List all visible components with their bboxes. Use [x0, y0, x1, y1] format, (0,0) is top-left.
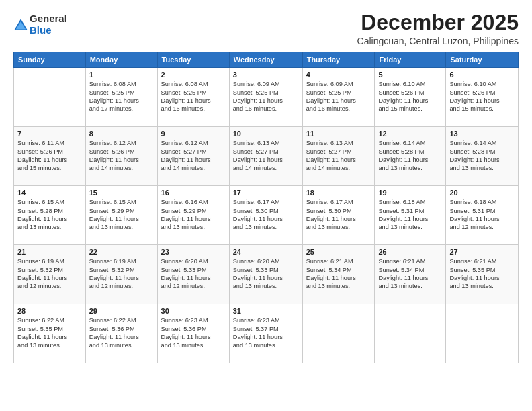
day-number: 24 [233, 248, 299, 256]
day-number: 27 [449, 248, 515, 256]
header-cell-tuesday: Tuesday [157, 52, 229, 68]
calendar-cell [375, 304, 446, 363]
calendar-cell: 19Sunrise: 6:18 AM Sunset: 5:31 PM Dayli… [375, 186, 446, 245]
logo-text: General Blue [30, 13, 67, 36]
day-info: Sunrise: 6:14 AM Sunset: 5:28 PM Dayligh… [449, 139, 515, 173]
week-row-0: 1Sunrise: 6:08 AM Sunset: 5:25 PM Daylig… [14, 68, 519, 127]
day-number: 13 [449, 130, 515, 138]
page: General Blue December 2025 Calingcuan, C… [0, 0, 532, 411]
calendar-cell: 30Sunrise: 6:23 AM Sunset: 5:36 PM Dayli… [157, 304, 229, 363]
calendar-cell: 18Sunrise: 6:17 AM Sunset: 5:30 PM Dayli… [302, 186, 375, 245]
calendar-body: 1Sunrise: 6:08 AM Sunset: 5:25 PM Daylig… [14, 68, 519, 363]
day-number: 14 [17, 189, 82, 197]
day-number: 25 [306, 248, 371, 256]
calendar-cell: 3Sunrise: 6:09 AM Sunset: 5:25 PM Daylig… [229, 68, 302, 127]
calendar-cell: 16Sunrise: 6:16 AM Sunset: 5:29 PM Dayli… [157, 186, 229, 245]
logo-icon [13, 17, 28, 32]
calendar-cell [14, 68, 86, 127]
calendar-cell: 6Sunrise: 6:10 AM Sunset: 5:26 PM Daylig… [446, 68, 519, 127]
calendar-cell [446, 304, 519, 363]
header: General Blue December 2025 Calingcuan, C… [13, 11, 519, 46]
day-number: 3 [233, 71, 299, 79]
calendar-cell: 4Sunrise: 6:09 AM Sunset: 5:25 PM Daylig… [302, 68, 375, 127]
day-number: 22 [89, 248, 154, 256]
day-info: Sunrise: 6:22 AM Sunset: 5:35 PM Dayligh… [17, 316, 82, 350]
day-info: Sunrise: 6:11 AM Sunset: 5:26 PM Dayligh… [17, 139, 82, 173]
day-number: 4 [306, 71, 371, 79]
day-info: Sunrise: 6:21 AM Sunset: 5:35 PM Dayligh… [449, 257, 515, 291]
day-info: Sunrise: 6:19 AM Sunset: 5:32 PM Dayligh… [17, 257, 82, 291]
day-info: Sunrise: 6:15 AM Sunset: 5:29 PM Dayligh… [89, 198, 154, 232]
day-info: Sunrise: 6:16 AM Sunset: 5:29 PM Dayligh… [161, 198, 226, 232]
day-number: 11 [306, 130, 371, 138]
day-info: Sunrise: 6:21 AM Sunset: 5:34 PM Dayligh… [306, 257, 371, 291]
day-info: Sunrise: 6:23 AM Sunset: 5:37 PM Dayligh… [233, 316, 299, 350]
calendar-cell: 25Sunrise: 6:21 AM Sunset: 5:34 PM Dayli… [302, 245, 375, 304]
day-info: Sunrise: 6:12 AM Sunset: 5:26 PM Dayligh… [89, 139, 154, 173]
week-row-1: 7Sunrise: 6:11 AM Sunset: 5:26 PM Daylig… [14, 127, 519, 186]
day-info: Sunrise: 6:14 AM Sunset: 5:28 PM Dayligh… [378, 139, 442, 173]
week-row-2: 14Sunrise: 6:15 AM Sunset: 5:28 PM Dayli… [14, 186, 519, 245]
day-info: Sunrise: 6:19 AM Sunset: 5:32 PM Dayligh… [89, 257, 154, 291]
location: Calingcuan, Central Luzon, Philippines [357, 36, 519, 46]
calendar-cell: 1Sunrise: 6:08 AM Sunset: 5:25 PM Daylig… [85, 68, 157, 127]
header-cell-saturday: Saturday [446, 52, 519, 68]
calendar-cell: 26Sunrise: 6:21 AM Sunset: 5:34 PM Dayli… [375, 245, 446, 304]
calendar-cell: 21Sunrise: 6:19 AM Sunset: 5:32 PM Dayli… [14, 245, 86, 304]
header-row: SundayMondayTuesdayWednesdayThursdayFrid… [14, 52, 519, 68]
calendar-cell: 5Sunrise: 6:10 AM Sunset: 5:26 PM Daylig… [375, 68, 446, 127]
day-number: 7 [17, 130, 82, 138]
day-number: 12 [378, 130, 442, 138]
calendar-cell: 15Sunrise: 6:15 AM Sunset: 5:29 PM Dayli… [85, 186, 157, 245]
day-number: 8 [89, 130, 154, 138]
day-number: 20 [449, 189, 515, 197]
calendar-cell: 23Sunrise: 6:20 AM Sunset: 5:33 PM Dayli… [157, 245, 229, 304]
calendar-cell: 11Sunrise: 6:13 AM Sunset: 5:27 PM Dayli… [302, 127, 375, 186]
week-row-4: 28Sunrise: 6:22 AM Sunset: 5:35 PM Dayli… [14, 304, 519, 363]
day-info: Sunrise: 6:13 AM Sunset: 5:27 PM Dayligh… [306, 139, 371, 173]
header-cell-sunday: Sunday [14, 52, 86, 68]
logo-blue-text: Blue [30, 25, 67, 36]
day-info: Sunrise: 6:17 AM Sunset: 5:30 PM Dayligh… [306, 198, 371, 232]
month-title: December 2025 [357, 11, 519, 34]
day-number: 15 [89, 189, 154, 197]
calendar-cell: 24Sunrise: 6:20 AM Sunset: 5:33 PM Dayli… [229, 245, 302, 304]
calendar-cell: 9Sunrise: 6:12 AM Sunset: 5:27 PM Daylig… [157, 127, 229, 186]
day-number: 5 [378, 71, 442, 79]
calendar-cell: 27Sunrise: 6:21 AM Sunset: 5:35 PM Dayli… [446, 245, 519, 304]
day-info: Sunrise: 6:09 AM Sunset: 5:25 PM Dayligh… [233, 80, 299, 113]
day-info: Sunrise: 6:18 AM Sunset: 5:31 PM Dayligh… [449, 198, 515, 232]
day-number: 29 [89, 307, 154, 315]
calendar-cell: 14Sunrise: 6:15 AM Sunset: 5:28 PM Dayli… [14, 186, 86, 245]
day-info: Sunrise: 6:08 AM Sunset: 5:25 PM Dayligh… [161, 80, 226, 113]
day-info: Sunrise: 6:18 AM Sunset: 5:31 PM Dayligh… [378, 198, 442, 232]
day-number: 10 [233, 130, 299, 138]
day-number: 26 [378, 248, 442, 256]
day-number: 6 [449, 71, 515, 79]
day-number: 1 [89, 71, 154, 79]
calendar-cell: 17Sunrise: 6:17 AM Sunset: 5:30 PM Dayli… [229, 186, 302, 245]
day-info: Sunrise: 6:20 AM Sunset: 5:33 PM Dayligh… [233, 257, 299, 291]
logo: General Blue [13, 13, 67, 36]
day-info: Sunrise: 6:21 AM Sunset: 5:34 PM Dayligh… [378, 257, 442, 291]
header-cell-thursday: Thursday [302, 52, 375, 68]
calendar-cell: 13Sunrise: 6:14 AM Sunset: 5:28 PM Dayli… [446, 127, 519, 186]
calendar-header: SundayMondayTuesdayWednesdayThursdayFrid… [14, 52, 519, 68]
calendar-cell: 12Sunrise: 6:14 AM Sunset: 5:28 PM Dayli… [375, 127, 446, 186]
week-row-3: 21Sunrise: 6:19 AM Sunset: 5:32 PM Dayli… [14, 245, 519, 304]
day-info: Sunrise: 6:23 AM Sunset: 5:36 PM Dayligh… [161, 316, 226, 350]
day-number: 18 [306, 189, 371, 197]
calendar-cell [302, 304, 375, 363]
day-info: Sunrise: 6:17 AM Sunset: 5:30 PM Dayligh… [233, 198, 299, 232]
calendar-cell: 31Sunrise: 6:23 AM Sunset: 5:37 PM Dayli… [229, 304, 302, 363]
calendar-table: SundayMondayTuesdayWednesdayThursdayFrid… [13, 52, 519, 363]
day-number: 9 [161, 130, 226, 138]
day-info: Sunrise: 6:08 AM Sunset: 5:25 PM Dayligh… [89, 80, 154, 113]
day-info: Sunrise: 6:22 AM Sunset: 5:36 PM Dayligh… [89, 316, 154, 350]
day-info: Sunrise: 6:12 AM Sunset: 5:27 PM Dayligh… [161, 139, 226, 173]
header-cell-wednesday: Wednesday [229, 52, 302, 68]
calendar-cell: 28Sunrise: 6:22 AM Sunset: 5:35 PM Dayli… [14, 304, 86, 363]
day-number: 30 [161, 307, 226, 315]
day-number: 16 [161, 189, 226, 197]
day-number: 21 [17, 248, 82, 256]
